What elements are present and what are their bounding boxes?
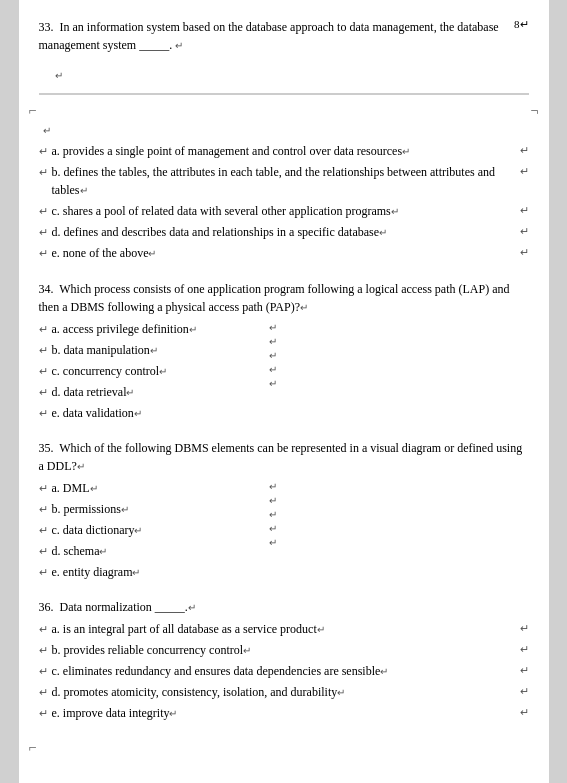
choice-end-q33-c: ↵ bbox=[512, 202, 529, 219]
choices-q34: ↵ a. access privilege definition↵ ↵ b. d… bbox=[39, 320, 529, 425]
choice-end-q33-e: ↵ bbox=[512, 244, 529, 261]
arrow-q35-e: ↵ bbox=[39, 564, 48, 581]
choice-end-q36-a: ↵ bbox=[512, 620, 529, 637]
choice-row-q36-c: ↵ c. eliminates redundancy and ensures d… bbox=[39, 662, 529, 680]
choice-end-q33-d: ↵ bbox=[512, 223, 529, 240]
q33-number: 33. bbox=[39, 20, 54, 34]
choice-row-q33-e: ↵ e. none of the above↵ ↵ bbox=[39, 244, 529, 262]
choices-q35-left: ↵ a. DML↵ ↵ b. permissions↵ ↵ c. data di… bbox=[39, 479, 269, 584]
arrow-q34-b: ↵ bbox=[39, 342, 48, 359]
page-number: 8↵ bbox=[514, 18, 529, 31]
question-35-block: 35. Which of the following DBMS elements… bbox=[39, 439, 529, 475]
choice-text-q34-a: a. access privilege definition↵ bbox=[52, 320, 269, 338]
corner-bl: ⌐ bbox=[29, 740, 519, 756]
question-34-text: 34. Which process consists of one applic… bbox=[39, 280, 529, 316]
return-indent: ↵ bbox=[55, 70, 529, 81]
arrow-q35-c: ↵ bbox=[39, 522, 48, 539]
choice-end-q36-e: ↵ bbox=[512, 704, 529, 721]
choice-text-q35-e: e. entity diagram↵ bbox=[52, 563, 269, 581]
arrow-q36-e: ↵ bbox=[39, 705, 48, 722]
choice-text-q36-b: b. provides reliable concurrency control… bbox=[52, 641, 512, 659]
arrow-q35-d: ↵ bbox=[39, 543, 48, 560]
arrow-q35-b: ↵ bbox=[39, 501, 48, 518]
choice-row-q36-e: ↵ e. improve data integrity↵ ↵ bbox=[39, 704, 529, 722]
return-mark-q33: ↵ bbox=[175, 40, 183, 51]
arrow-q34-e: ↵ bbox=[39, 405, 48, 422]
choices-q34-left: ↵ a. access privilege definition↵ ↵ b. d… bbox=[39, 320, 269, 425]
q34-number: 34. bbox=[39, 282, 54, 296]
choice-text-q33-b: b. defines the tables, the attributes in… bbox=[52, 163, 512, 199]
choice-row-q35-a: ↵ a. DML↵ bbox=[39, 479, 269, 497]
arrow-q33-a: ↵ bbox=[39, 143, 48, 160]
choice-text-q33-e: e. none of the above↵ bbox=[52, 244, 512, 262]
choice-end-q36-b: ↵ bbox=[512, 641, 529, 658]
q34-body: Which process consists of one applicatio… bbox=[39, 282, 510, 314]
q36-body: Data normalization _____. bbox=[60, 600, 188, 614]
choice-row-q36-a: ↵ a. is an integral part of all database… bbox=[39, 620, 529, 638]
choice-row-q33-a: ↵ a. provides a single point of manageme… bbox=[39, 142, 529, 160]
choice-text-q34-c: c. concurrency control↵ bbox=[52, 362, 269, 380]
choice-row-q33-b: ↵ b. defines the tables, the attributes … bbox=[39, 163, 529, 199]
choices-q35-right-returns: ↵ ↵ ↵ ↵ ↵ bbox=[269, 479, 529, 584]
arrow-q36-c: ↵ bbox=[39, 663, 48, 680]
q33-body: In an information system based on the da… bbox=[39, 20, 499, 52]
choice-text-q33-c: c. shares a pool of related data with se… bbox=[52, 202, 512, 220]
top-section: 33. In an information system based on th… bbox=[39, 10, 529, 85]
choice-row-q33-d: ↵ d. defines and describes data and rela… bbox=[39, 223, 529, 241]
choice-end-q33-a: ↵ bbox=[512, 142, 529, 159]
corner-tl: ⌐ bbox=[29, 103, 37, 119]
q35-body: Which of the following DBMS elements can… bbox=[39, 441, 523, 473]
arrow-q34-a: ↵ bbox=[39, 321, 48, 338]
question-33-text: 33. In an information system based on th… bbox=[39, 18, 529, 54]
choice-row-q36-b: ↵ b. provides reliable concurrency contr… bbox=[39, 641, 529, 659]
section-divider bbox=[39, 93, 529, 95]
arrow-q33-d: ↵ bbox=[39, 224, 48, 241]
arrow-q33-b: ↵ bbox=[39, 164, 48, 181]
choice-row-q36-d: ↵ d. promotes atomicity, consistency, is… bbox=[39, 683, 529, 701]
choice-row-q34-e: ↵ e. data validation↵ bbox=[39, 404, 269, 422]
choice-row-q34-b: ↵ b. data manipulation↵ bbox=[39, 341, 269, 359]
choice-text-q36-e: e. improve data integrity↵ bbox=[52, 704, 512, 722]
choice-row-q33-c: ↵ c. shares a pool of related data with … bbox=[39, 202, 529, 220]
choice-text-q36-a: a. is an integral part of all database a… bbox=[52, 620, 512, 638]
choice-row-q35-e: ↵ e. entity diagram↵ bbox=[39, 563, 269, 581]
arrow-q36-a: ↵ bbox=[39, 621, 48, 638]
question-35-text: 35. Which of the following DBMS elements… bbox=[39, 439, 529, 475]
question-36-text: 36. Data normalization _____.↵ bbox=[39, 598, 529, 616]
choice-end-q36-c: ↵ bbox=[512, 662, 529, 679]
choices-q33: ↵ a. provides a single point of manageme… bbox=[39, 142, 529, 262]
choice-row-q35-b: ↵ b. permissions↵ bbox=[39, 500, 269, 518]
arrow-q33-c: ↵ bbox=[39, 203, 48, 220]
question-34-block: 34. Which process consists of one applic… bbox=[39, 280, 529, 316]
arrow-q34-d: ↵ bbox=[39, 384, 48, 401]
choice-row-q35-d: ↵ d. schema↵ bbox=[39, 542, 269, 560]
choice-text-q36-c: c. eliminates redundancy and ensures dat… bbox=[52, 662, 512, 680]
arrow-q36-b: ↵ bbox=[39, 642, 48, 659]
choice-text-q35-b: b. permissions↵ bbox=[52, 500, 269, 518]
arrow-q34-c: ↵ bbox=[39, 363, 48, 380]
lower-section: ⌐ ¬ ↵ ↵ a. provides a single point of ma… bbox=[39, 103, 529, 764]
choice-text-q36-d: d. promotes atomicity, consistency, isol… bbox=[52, 683, 512, 701]
arrow-q35-a: ↵ bbox=[39, 480, 48, 497]
choice-row-q34-d: ↵ d. data retrieval↵ bbox=[39, 383, 269, 401]
choice-row-q34-c: ↵ c. concurrency control↵ bbox=[39, 362, 269, 380]
choice-text-q33-d: d. defines and describes data and relati… bbox=[52, 223, 512, 241]
choice-end-q36-d: ↵ bbox=[512, 683, 529, 700]
choice-text-q34-b: b. data manipulation↵ bbox=[52, 341, 269, 359]
choice-text-q34-e: e. data validation↵ bbox=[52, 404, 269, 422]
q36-number: 36. bbox=[39, 600, 54, 614]
choice-text-q35-c: c. data dictionary↵ bbox=[52, 521, 269, 539]
q35-number: 35. bbox=[39, 441, 54, 455]
spacer bbox=[39, 56, 529, 70]
arrow-q36-d: ↵ bbox=[39, 684, 48, 701]
choice-text-q33-a: a. provides a single point of management… bbox=[52, 142, 512, 160]
choice-end-q33-b: ↵ bbox=[512, 163, 529, 180]
choice-text-q34-d: d. data retrieval↵ bbox=[52, 383, 269, 401]
choices-q34-right-returns: ↵ ↵ ↵ ↵ ↵ bbox=[269, 320, 529, 425]
choice-row-q34-a: ↵ a. access privilege definition↵ bbox=[39, 320, 269, 338]
choices-q36: ↵ a. is an integral part of all database… bbox=[39, 620, 529, 722]
choice-row-q35-c: ↵ c. data dictionary↵ bbox=[39, 521, 269, 539]
question-36-block: 36. Data normalization _____.↵ bbox=[39, 598, 529, 616]
arrow-q33-e: ↵ bbox=[39, 245, 48, 262]
choice-text-q35-a: a. DML↵ bbox=[52, 479, 269, 497]
